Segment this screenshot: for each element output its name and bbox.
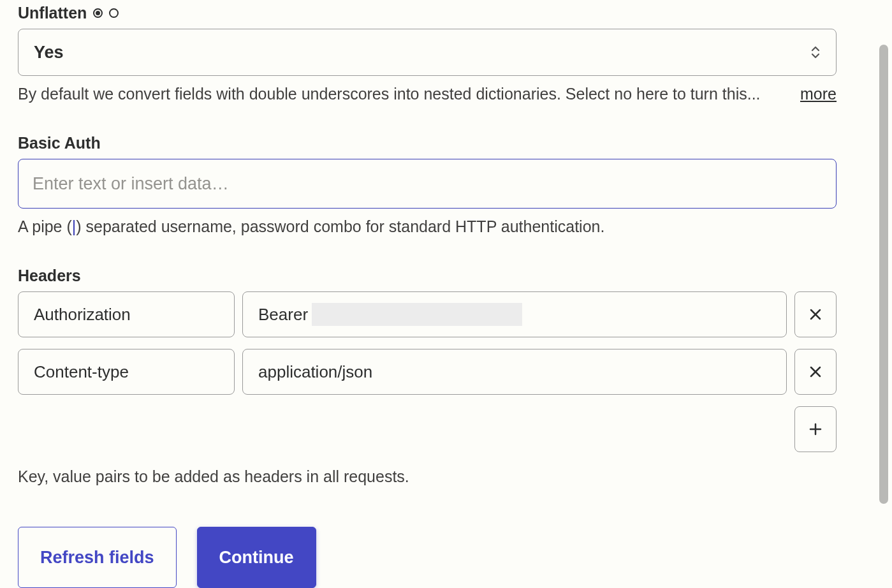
unflatten-radio-no[interactable] bbox=[109, 8, 119, 18]
redacted-token bbox=[312, 303, 522, 326]
headers-label: Headers bbox=[18, 267, 81, 285]
unflatten-select[interactable]: Yes bbox=[18, 29, 837, 76]
plus-icon bbox=[808, 422, 823, 437]
unflatten-description: By default we convert fields with double… bbox=[18, 85, 800, 103]
header-key-input[interactable]: Content-type bbox=[18, 349, 235, 395]
headers-field: Headers Authorization Bearer Content-typ… bbox=[18, 267, 837, 486]
continue-button[interactable]: Continue bbox=[197, 527, 316, 588]
close-icon bbox=[808, 307, 823, 321]
header-value-input[interactable]: Bearer bbox=[242, 291, 787, 337]
basic-auth-description: A pipe (|) separated username, password … bbox=[18, 217, 837, 236]
add-header-button[interactable] bbox=[794, 406, 837, 452]
basic-auth-field: Basic Auth A pipe (|) separated username… bbox=[18, 134, 837, 236]
header-row: Authorization Bearer bbox=[18, 291, 837, 337]
action-buttons: Refresh fields Continue bbox=[18, 527, 837, 588]
close-icon bbox=[808, 365, 823, 379]
unflatten-selected-value: Yes bbox=[34, 43, 64, 62]
unflatten-radio-group bbox=[93, 8, 119, 18]
headers-description: Key, value pairs to be added as headers … bbox=[18, 467, 837, 486]
scrollbar[interactable] bbox=[879, 45, 888, 504]
basic-auth-input[interactable] bbox=[18, 159, 837, 209]
header-row: Content-type application/json bbox=[18, 349, 837, 395]
remove-header-button[interactable] bbox=[794, 349, 837, 395]
chevron-updown-icon bbox=[810, 45, 821, 59]
basic-auth-label: Basic Auth bbox=[18, 134, 101, 152]
remove-header-button[interactable] bbox=[794, 291, 837, 337]
header-value-input[interactable]: application/json bbox=[242, 349, 787, 395]
unflatten-radio-yes[interactable] bbox=[93, 8, 103, 18]
header-key-input[interactable]: Authorization bbox=[18, 291, 235, 337]
unflatten-field: Unflatten Yes By default we convert fiel… bbox=[18, 4, 837, 103]
refresh-fields-button[interactable]: Refresh fields bbox=[18, 527, 177, 588]
unflatten-label: Unflatten bbox=[18, 4, 87, 22]
unflatten-more-link[interactable]: more bbox=[800, 85, 837, 103]
